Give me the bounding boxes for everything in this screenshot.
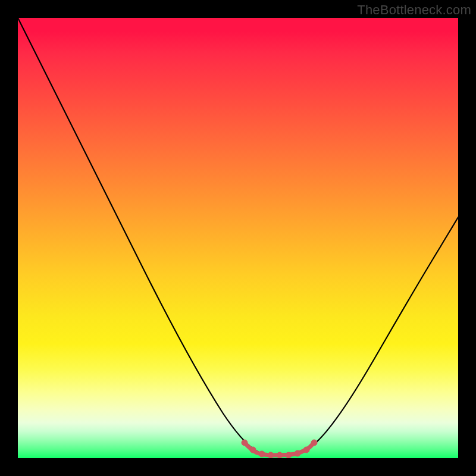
plot-area (18, 18, 458, 458)
marker-dot (250, 447, 256, 453)
marker-dot (268, 452, 274, 458)
marker-dot (286, 452, 292, 458)
marker-dot (303, 447, 309, 453)
chart-frame: TheBottleneck.com (0, 0, 476, 476)
marker-dot (242, 440, 248, 446)
curve-path (18, 18, 458, 455)
optimal-range-markers (242, 440, 317, 458)
marker-dot (259, 451, 265, 457)
marker-dot (277, 452, 283, 458)
watermark-text: TheBottleneck.com (357, 2, 471, 18)
marker-dot (311, 440, 317, 446)
marker-dot (295, 450, 300, 456)
bottleneck-curve (18, 18, 458, 458)
optimal-range-segment (245, 443, 314, 455)
